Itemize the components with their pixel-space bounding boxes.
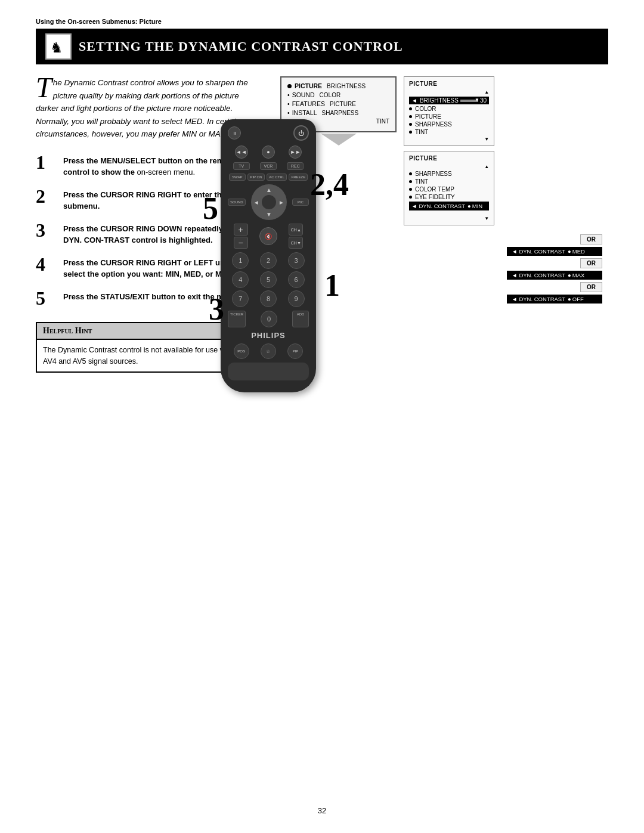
picture-submenu-2: PICTURE ▲ SHARPNESS TINT COLOR TEMP (404, 151, 494, 225)
osd-item-picture: PICTURE BRIGHTNESS (287, 82, 389, 89)
position-button[interactable]: POS (234, 343, 249, 359)
btn-2[interactable]: 2 (260, 252, 277, 269)
btn-7[interactable]: 7 (232, 290, 249, 307)
or-label-1: OR (580, 234, 602, 244)
step-overlay-1: 1 (324, 268, 340, 303)
cursor-row: SOUND ▲ ▼ ◄ ► PIC (228, 184, 309, 220)
submenu-2-up-arrow: ▲ (409, 164, 489, 169)
vol-up-button[interactable]: + (234, 224, 248, 236)
remote-wrapper: 5 2,4 3 1 ⏸ ⏻ ◄◄ ● ►► (221, 119, 316, 392)
btn-1[interactable]: 1 (232, 252, 249, 269)
cursor-ring[interactable]: ▲ ▼ ◄ ► (251, 184, 287, 220)
drop-cap: T (36, 76, 52, 99)
intro-body: he Dynamic Contrast control allows you t… (36, 78, 248, 138)
dyn-max-row: ◄ DYN. CONTRAST ● MAX (507, 271, 602, 280)
submenu-2-tint: TINT (409, 178, 489, 185)
nav-left-button[interactable]: ◄◄ (235, 145, 248, 159)
step-overlay-24: 2,4 (310, 167, 349, 202)
btn-5[interactable]: 5 (260, 271, 277, 288)
main-content: T he Dynamic Contrast control allows you… (36, 76, 608, 373)
ticker-button[interactable]: TICKER (228, 311, 246, 327)
pip-button[interactable]: PIP (287, 343, 303, 359)
philips-logo: PHILIPS (228, 331, 309, 340)
pip-row: POS ☆ PIP (228, 343, 309, 359)
submenu-2-title: PICTURE (409, 155, 489, 162)
submenu-2-sharpness: SHARPNESS (409, 171, 489, 177)
btn-4[interactable]: 4 (232, 271, 249, 288)
btn-3[interactable]: 3 (288, 252, 305, 269)
step-5-number: 5 (36, 289, 57, 308)
page-label: Using the On-screen Submenus: Picture (36, 18, 608, 25)
cursor-left[interactable]: ◄ (253, 199, 259, 206)
func-row: SWAP PIP ON AC CTRL FREEZE (228, 174, 309, 181)
or-label-3: OR (580, 282, 602, 292)
vol-controls: + − (234, 224, 248, 249)
nav-right-button[interactable]: ►► (289, 145, 302, 159)
osd-item-features: • FEATURES PICTURE (287, 100, 389, 107)
dyn-off-row: ◄ DYN. CONTRAST ● OFF (507, 295, 602, 304)
ac-control-button[interactable]: AC CTRL (267, 174, 287, 181)
remote-control: ⏸ ⏻ ◄◄ ● ►► TV VCR REC (221, 119, 316, 392)
mute-button[interactable]: 🔇 (259, 227, 277, 245)
title-icon: ♞ (45, 33, 72, 60)
submenu-1-up-arrow: ▲ (409, 89, 489, 95)
dyn-med-row: ◄ DYN. CONTRAST ● MED (507, 247, 602, 256)
ch-down-button[interactable]: CH▼ (289, 237, 303, 249)
remote-area: 5 2,4 3 1 ⏸ ⏻ ◄◄ ● ►► (221, 119, 316, 392)
cursor-right[interactable]: ► (278, 199, 284, 206)
source-row: TV VCR REC (228, 162, 309, 170)
numpad: 1 2 3 4 5 6 7 8 9 (228, 252, 309, 307)
nav-row: ◄◄ ● ►► (228, 145, 309, 159)
btn-8[interactable]: 8 (260, 290, 277, 307)
pic-button[interactable]: PIC (292, 199, 309, 206)
picture-submenu-1: PICTURE ▲ ◄ BRIGHTNESS ▼ (404, 76, 494, 146)
swap-button[interactable]: SWAP (229, 174, 246, 181)
picture-submenus: PICTURE ▲ ◄ BRIGHTNESS ▼ (404, 76, 494, 225)
dyn-or-2: OR (580, 258, 602, 268)
step-2-number: 2 (36, 187, 57, 206)
right-column: PICTURE BRIGHTNESS • SOUND COLOR • FEATU… (280, 76, 608, 373)
submenu-2-colortemp: COLOR TEMP (409, 186, 489, 193)
pip-on-button[interactable]: PIP ON (247, 174, 264, 181)
tv-button[interactable]: TV (233, 162, 250, 170)
cursor-center[interactable] (262, 195, 276, 209)
or-label-2: OR (580, 258, 602, 268)
submenu-1-picture: PICTURE (409, 113, 489, 120)
cursor-up[interactable]: ▲ (266, 187, 272, 193)
submenu-1-color: COLOR (409, 106, 489, 112)
pip-center-button[interactable]: ☆ (261, 343, 276, 359)
submenu-1-sharpness: SHARPNESS (409, 121, 489, 128)
step-overlay-5: 5 (203, 191, 218, 226)
submenu-2-empty (409, 212, 489, 215)
cursor-down[interactable]: ▼ (266, 211, 272, 218)
submenu-1-title: PICTURE (409, 80, 489, 87)
freeze-button[interactable]: FREEZE (289, 174, 308, 181)
osd-item-sound: • SOUND COLOR (287, 91, 389, 98)
nav-play-button[interactable]: ● (262, 145, 275, 159)
pause-button[interactable]: ⏸ (228, 126, 241, 140)
sound-button[interactable]: SOUND (228, 199, 246, 206)
submenu-1-down-arrow: ▼ (409, 137, 489, 142)
step-overlay-3: 3 (209, 292, 224, 327)
remote-base (228, 363, 309, 380)
step-4-number: 4 (36, 255, 57, 274)
step-1-number: 1 (36, 153, 57, 172)
btn-6[interactable]: 6 (288, 271, 305, 288)
step-3-number: 3 (36, 221, 57, 240)
submenu-2-eyefidelity: EYE FIDELITY (409, 194, 489, 200)
dyn-or-3: OR (580, 282, 602, 292)
vol-row: + − 🔇 CH▲ CH▼ (228, 224, 309, 249)
submenu-2-down-arrow: ▼ (409, 216, 489, 221)
btn-9[interactable]: 9 (288, 290, 305, 307)
knight-icon: ♞ (48, 36, 69, 57)
page-title: Setting the Dynamic Contrast Control (79, 39, 403, 54)
vcr-button[interactable]: VCR (260, 162, 277, 170)
power-button[interactable]: ⏻ (293, 125, 309, 141)
vol-down-button[interactable]: − (234, 237, 248, 249)
ch-up-button[interactable]: CH▲ (289, 224, 303, 236)
dyn-or-1: OR (580, 234, 602, 244)
rec-button[interactable]: REC (287, 162, 304, 170)
btn-0[interactable]: 0 (261, 311, 277, 327)
add-button[interactable]: ADD (292, 311, 309, 327)
remote-top-row: ⏸ ⏻ (228, 125, 309, 141)
